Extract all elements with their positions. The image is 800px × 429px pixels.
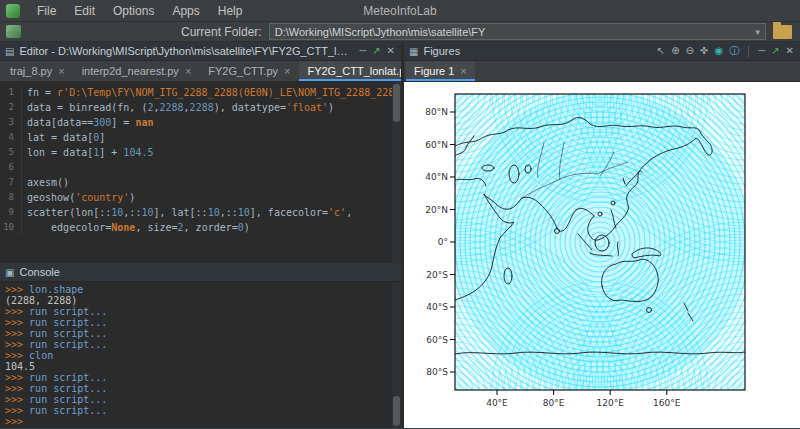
- menu-options[interactable]: Options: [104, 2, 163, 20]
- float-icon[interactable]: ↗: [770, 46, 780, 56]
- console-line: >>> lon.shape: [5, 284, 401, 295]
- code-lines: 1fn = r'D:\Temp\FY\NOM_ITG_2288_2288(0E0…: [0, 85, 401, 235]
- x-tick-label: 40°E: [486, 398, 508, 408]
- menu-bar: FileEditOptionsAppsHelp MeteoInfoLab: [0, 0, 800, 22]
- y-tick-label: 0°: [438, 237, 448, 247]
- full-extent-icon[interactable]: ◉: [713, 46, 724, 56]
- menu-apps[interactable]: Apps: [163, 2, 208, 20]
- code-line: 2data = binread(fn, (2,2288,2288), datat…: [0, 100, 401, 115]
- line-number: 3: [0, 115, 22, 130]
- left-column: ▤ Editor - D:\Working\MIScript\Jython\mi…: [0, 42, 401, 428]
- float-icon[interactable]: ↗: [371, 46, 381, 56]
- x-tick-label: 160°E: [653, 398, 681, 408]
- y-tick-label: 20°N: [425, 205, 448, 215]
- console-line: 104.5: [5, 361, 401, 372]
- code-line: 1fn = r'D:\Temp\FY\NOM_ITG_2288_2288(0E0…: [0, 85, 401, 100]
- chevron-down-icon: ▾: [751, 27, 760, 37]
- figures-panel-header: ▦ Figures ↖⊕⊖✜◉ⓘ ─↗✕: [404, 42, 800, 61]
- editor-panel-title: Editor - D:\Working\MIScript\Jython\mis\…: [19, 45, 353, 57]
- console-line: >>>: [5, 416, 401, 427]
- console-panel: ▣ Console >>> lon.shape(2288, 2288)>>> r…: [0, 263, 401, 428]
- console-lines: >>> lon.shape(2288, 2288)>>> run script.…: [5, 284, 401, 427]
- app-logo-icon: [6, 4, 20, 18]
- tab-figure-1[interactable]: Figure 1×: [406, 61, 475, 81]
- line-number: 8: [0, 190, 22, 205]
- y-tick-label: 80°N: [425, 107, 448, 117]
- toolbar-icon[interactable]: [6, 25, 21, 38]
- minimize-icon[interactable]: ─: [757, 46, 766, 56]
- line-number: 10: [0, 220, 22, 235]
- figures-window-controls: ─↗✕: [757, 46, 795, 56]
- figures-panel: ▦ Figures ↖⊕⊖✜◉ⓘ ─↗✕ Figure 1×: [404, 42, 800, 428]
- toolbar-separator: [748, 46, 749, 57]
- tab-fy2g-ctt-py[interactable]: FY2G_CTT.py×: [200, 61, 298, 81]
- console-panel-header: ▣ Console: [0, 263, 401, 282]
- console-line: >>> run script...: [5, 394, 401, 405]
- line-number: 5: [0, 145, 22, 160]
- x-tick-label: 80°E: [543, 398, 565, 408]
- console-scrollbar[interactable]: [392, 282, 401, 428]
- editor-window-controls: ─↗✕: [358, 46, 396, 56]
- pan-icon[interactable]: ✜: [699, 46, 709, 56]
- y-tick-label: 40°N: [425, 172, 448, 182]
- console-scrollbar-thumb[interactable]: [393, 396, 400, 426]
- code-line: 5lon = data[1] + 104.5: [0, 145, 401, 160]
- console-line: >>> run script...: [5, 372, 401, 383]
- open-folder-button[interactable]: [773, 25, 792, 39]
- menu-items: FileEditOptionsAppsHelp: [28, 2, 251, 20]
- workspace: ▤ Editor - D:\Working\MIScript\Jython\mi…: [0, 42, 800, 428]
- figures-toolbar: ↖⊕⊖✜◉ⓘ: [656, 46, 740, 56]
- editor-scrollbar-thumb[interactable]: [393, 84, 400, 122]
- line-number: 7: [0, 175, 22, 190]
- line-number: 4: [0, 130, 22, 145]
- close-tab-icon[interactable]: ×: [460, 65, 466, 77]
- console-line: >>> run script...: [5, 306, 401, 317]
- editor-scrollbar[interactable]: [392, 82, 401, 263]
- line-number: 9: [0, 205, 22, 220]
- editor-tab-bar: traj_8.py×interp2d_nearest.py×FY2G_CTT.p…: [0, 61, 401, 82]
- code-line: 7axesm(): [0, 175, 401, 190]
- close-tab-icon[interactable]: ×: [284, 65, 290, 77]
- close-tab-icon[interactable]: ×: [185, 65, 191, 77]
- console-output[interactable]: >>> lon.shape(2288, 2288)>>> run script.…: [0, 282, 401, 428]
- console-icon: ▣: [5, 267, 14, 278]
- tab-traj-8-py[interactable]: traj_8.py×: [2, 61, 73, 81]
- menu-file[interactable]: File: [28, 2, 65, 20]
- y-tick-label: 60°S: [426, 335, 448, 345]
- close-tab-icon[interactable]: ×: [58, 65, 64, 77]
- tab-label: interp2d_nearest.py: [82, 65, 179, 77]
- line-number: 6: [0, 160, 22, 175]
- tab-label: Figure 1: [414, 65, 454, 77]
- code-line: 4lat = data[0]: [0, 130, 401, 145]
- meteoinfolab-window: FileEditOptionsAppsHelp MeteoInfoLab Cur…: [0, 0, 800, 429]
- console-line: (2288, 2288): [5, 295, 401, 306]
- console-line: >>> clon: [5, 350, 401, 361]
- current-folder-combobox[interactable]: D:\Working\MIScript\Jython\mis\satellite…: [269, 23, 766, 40]
- code-line: 3data[data==300] = nan: [0, 115, 401, 130]
- map-figure[interactable]: 80°N60°N40°N20°N0°20°S40°S60°S80°S40°E80…: [404, 82, 800, 428]
- zoom-in-icon[interactable]: ⊕: [670, 46, 680, 56]
- code-line: 10 edgecolor=None, size=2, zorder=0): [0, 220, 401, 235]
- figure-canvas[interactable]: 80°N60°N40°N20°N0°20°S40°S60°S80°S40°E80…: [404, 82, 800, 428]
- minimize-icon[interactable]: ─: [358, 46, 367, 56]
- tab-interp2d-nearest-py[interactable]: interp2d_nearest.py×: [74, 61, 200, 81]
- main-toolbar: Current Folder: D:\Working\MIScript\Jyth…: [0, 22, 800, 42]
- identify-icon[interactable]: ⓘ: [728, 46, 740, 56]
- console-line: >>> run script...: [5, 339, 401, 350]
- close-icon[interactable]: ✕: [386, 46, 396, 56]
- close-icon[interactable]: ✕: [785, 46, 795, 56]
- zoom-out-icon[interactable]: ⊖: [685, 46, 695, 56]
- console-panel-title: Console: [19, 266, 396, 278]
- tab-label: traj_8.py: [10, 65, 52, 77]
- figures-panel-title: Figures: [423, 45, 650, 57]
- x-tick-label: 120°E: [597, 398, 625, 408]
- menu-help[interactable]: Help: [209, 2, 252, 20]
- console-line: >>> run script...: [5, 383, 401, 394]
- line-number: 2: [0, 100, 22, 115]
- code-line: 8geoshow('country'): [0, 190, 401, 205]
- menu-edit[interactable]: Edit: [65, 2, 104, 20]
- editor-icon: ▤: [5, 46, 14, 57]
- select-icon[interactable]: ↖: [656, 46, 666, 56]
- code-editor[interactable]: 1fn = r'D:\Temp\FY\NOM_ITG_2288_2288(0E0…: [0, 82, 401, 263]
- code-line: 9scatter(lon[::10,::10], lat[::10,::10],…: [0, 205, 401, 220]
